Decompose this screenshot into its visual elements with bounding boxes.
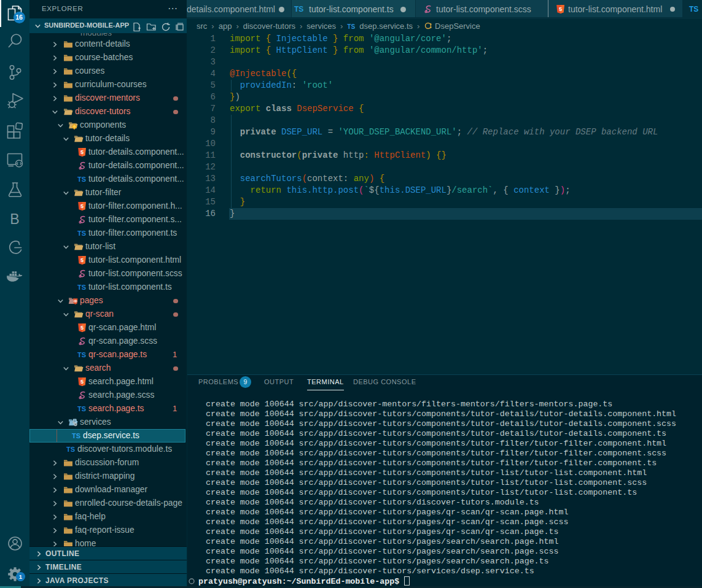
svg-text:5: 5 — [80, 325, 84, 331]
svg-text:5: 5 — [559, 6, 562, 12]
svg-text:5: 5 — [80, 203, 84, 209]
svg-text:5: 5 — [80, 257, 84, 263]
svg-text:5: 5 — [80, 149, 84, 155]
svg-text:5: 5 — [80, 379, 84, 385]
